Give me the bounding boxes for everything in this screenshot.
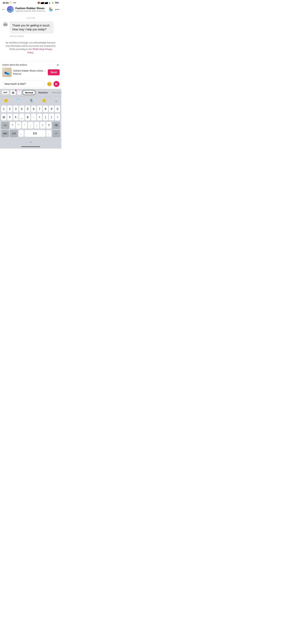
message-timestamp: 10:13 AM [2, 17, 59, 19]
privacy-end: . [33, 51, 34, 54]
chat-header: ← 👟 Fashion Rubber Shoes Typically respo… [0, 5, 61, 14]
key-8[interactable]: 8 [43, 106, 48, 112]
bot-label: Sent by chatbot [10, 35, 59, 37]
key-at[interactable]: @ [1, 114, 6, 120]
key-3[interactable]: 3 [13, 106, 18, 112]
key-123[interactable]: 123 [10, 130, 18, 137]
emoji-face-icon[interactable]: 🙂 [2, 97, 10, 104]
wifi-icon: ▲ [48, 2, 51, 4]
keyboard-symbol-row-2: =\< * " ' : ; ! ? ⌫ [0, 121, 61, 130]
key-minus[interactable]: - [31, 114, 36, 120]
header-info: Fashion Rubber Shoes Typically responds … [16, 7, 49, 12]
key-backspace[interactable]: ⌫ [52, 122, 60, 129]
inquiry-send-button[interactable]: Send [48, 69, 60, 75]
key-slash[interactable]: / [55, 114, 60, 120]
key-2[interactable]: 2 [7, 106, 12, 112]
key-hash[interactable]: # [7, 114, 12, 120]
key-underscore[interactable]: _ [19, 114, 24, 120]
key-abc[interactable]: ABC [1, 130, 9, 137]
random-font-button[interactable]: Random [37, 90, 50, 95]
key-space[interactable]: EN [24, 130, 46, 137]
store-button[interactable]: 🏪 [49, 8, 53, 12]
keyboard-number-row: 1 2 3 4 5 6 7 8 9 0 [0, 105, 61, 113]
key-exclaim[interactable]: ! [40, 122, 45, 129]
key-comma[interactable]: , [18, 130, 24, 137]
notification-dot [15, 90, 16, 91]
mute-icon: 🔕 [38, 2, 40, 4]
key-lparen[interactable]: ( [43, 114, 48, 120]
mic-icon[interactable]: 🎙️ [27, 97, 36, 104]
normal-font-button[interactable]: Normal [22, 90, 36, 95]
bot-avatar: 🤖 [2, 22, 8, 27]
key-4[interactable]: 4 [19, 106, 24, 112]
dropdown-button[interactable]: ˅ [17, 90, 21, 95]
bot-message-row: 🤖 Thank you for getting in touch. How ma… [2, 22, 59, 34]
grid-icon: ▦ [12, 91, 14, 94]
keyboard-symbol-row-1: @ # £ _ & - + ( ) / [0, 113, 61, 121]
bot-bubble: Thank you for getting in touch. How may … [10, 22, 54, 34]
cloud-icon: ⛅ [10, 1, 12, 4]
keyboard: 🙂 👕 🎙️ 🙂 ⌄ 1 2 3 4 5 6 7 8 9 0 @ # £ _ &… [0, 96, 61, 148]
grid-button[interactable]: ▦ [10, 90, 16, 95]
inquiry-product-row: 👟 Fashion Rubber Shoes Unisex Low c... ₱… [2, 68, 59, 77]
status-left: 10:24 ⛅ ••• [2, 1, 16, 4]
shop-avatar: 👟 [7, 6, 14, 13]
keyboard-bottom-row: ABC 123 , EN . ↵ [0, 130, 61, 138]
key-semicolon[interactable]: ; [34, 122, 39, 129]
time: 10:24 [2, 2, 8, 4]
product-name: Fashion Rubber Shoes Unisex Low c... [13, 70, 46, 72]
status-bar: 10:24 ⛅ ••• 🔕 ▅▆ ▅▆ ▲ 🔋 70% [0, 0, 61, 5]
home-bar [21, 146, 40, 147]
back-button[interactable]: ← [2, 8, 5, 12]
shirt-icon[interactable]: 👕 [15, 97, 23, 104]
product-inquiry-bar: Inquire about this product ✕ 👟 Fashion R… [0, 62, 61, 79]
key-ampersand[interactable]: & [25, 114, 30, 120]
battery-percent: 70% [55, 2, 59, 4]
more-button[interactable]: ••• [55, 8, 60, 11]
key-return[interactable]: ↵ [52, 130, 60, 137]
product-image: 👟 [2, 68, 12, 77]
art-button[interactable]: ART [2, 90, 9, 95]
inquiry-title: Inquire about this product [2, 64, 59, 66]
key-9[interactable]: 9 [49, 106, 54, 112]
keyboard-toolbar: ART ▦ ˅ Normal Random Premium [0, 89, 61, 96]
key-5[interactable]: 5 [25, 106, 30, 112]
privacy-notice: By sending a message, you acknowledge th… [2, 41, 59, 58]
premium-font-button[interactable]: Premium [51, 90, 61, 95]
signal2-icon: ▅▆ [45, 2, 48, 4]
key-colon[interactable]: : [28, 122, 33, 129]
key-period[interactable]: . [46, 130, 52, 137]
emoji-button[interactable]: 😊 [47, 82, 52, 86]
key-6[interactable]: 6 [31, 106, 36, 112]
keyboard-special-row: 🙂 👕 🎙️ 🙂 ⌄ [0, 96, 61, 105]
status-right: 🔕 ▅▆ ▅▆ ▲ 🔋 70% [38, 2, 59, 4]
inquiry-close-button[interactable]: ✕ [56, 63, 59, 67]
key-0[interactable]: 0 [55, 106, 60, 112]
signal-icon: ▅▆ [41, 2, 44, 4]
message-input-row: 😊 [0, 79, 61, 89]
key-pound[interactable]: £ [13, 114, 18, 120]
chevron-down-dismiss-icon[interactable]: ⌄ [29, 140, 32, 144]
key-rparen[interactable]: ) [49, 114, 54, 120]
key-7[interactable]: 7 [37, 106, 42, 112]
key-1[interactable]: 1 [1, 106, 6, 112]
home-indicator [0, 145, 61, 148]
key-plus[interactable]: + [37, 114, 42, 120]
key-equals-backslash[interactable]: =\< [1, 122, 9, 129]
chat-area: 10:13 AM 🤖 Thank you for getting in touc… [0, 14, 61, 62]
send-button[interactable] [54, 81, 60, 87]
keyboard-emoji-icon[interactable]: 🙂 [40, 97, 48, 104]
shop-status: Typically responds within a few hou... [16, 10, 47, 12]
message-input[interactable] [2, 81, 45, 87]
keyboard-dismiss-area: ⌄ [0, 138, 61, 145]
key-dquote[interactable]: " [16, 122, 21, 129]
key-question[interactable]: ? [46, 122, 52, 129]
key-star[interactable]: * [10, 122, 15, 129]
chevron-down-icon: ˅ [19, 91, 20, 94]
header-actions: 🏪 ••• [49, 8, 60, 12]
product-info: Fashion Rubber Shoes Unisex Low c... ₱26… [13, 70, 46, 75]
battery-icon: 🔋 [52, 2, 54, 4]
chevron-down-kb-icon[interactable]: ⌄ [53, 97, 60, 104]
menu-icon: ••• [13, 2, 16, 4]
key-squote[interactable]: ' [22, 122, 27, 129]
